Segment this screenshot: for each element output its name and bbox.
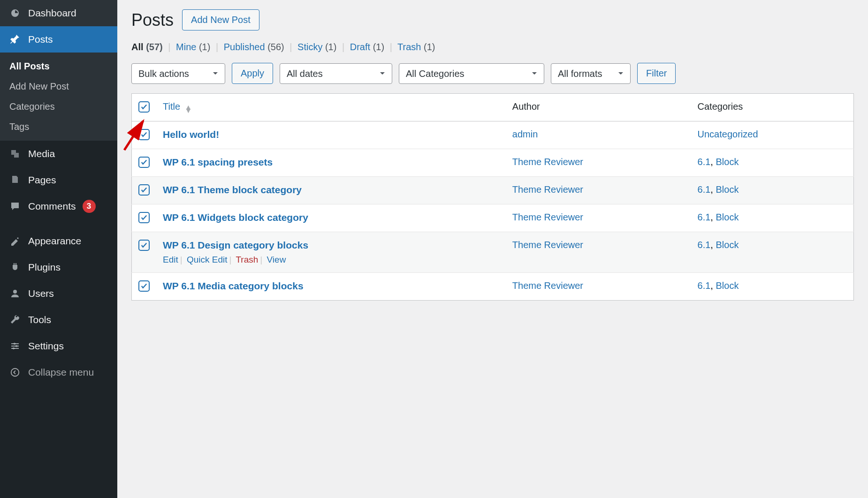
category-link[interactable]: Block [716,184,739,195]
category-link[interactable]: 6.1 [698,240,711,250]
svg-rect-3 [11,346,16,347]
pages-icon [8,174,22,187]
submenu-add-new-post[interactable]: Add New Post [0,76,117,97]
tools-icon [8,313,22,326]
categories-column-header[interactable]: Categories [691,94,854,121]
category-link[interactable]: 6.1 [698,212,711,222]
category-link[interactable]: 6.1 [698,157,711,167]
collapse-icon [8,366,22,379]
quick-edit-link[interactable]: Quick Edit [187,255,228,264]
svg-point-9 [13,347,15,349]
posts-submenu: All Posts Add New Post Categories Tags [0,53,117,141]
filter-draft[interactable]: Draft (1) [350,42,384,52]
category-link[interactable]: 6.1 [698,280,711,291]
date-filter-select[interactable]: All dates [280,63,392,84]
sidebar-item-settings[interactable]: Settings [0,333,117,359]
row-checkbox[interactable] [138,280,150,292]
svg-point-0 [13,290,17,294]
settings-icon [8,340,22,353]
view-link[interactable]: View [267,255,286,264]
users-icon [8,287,22,300]
category-link[interactable]: 6.1 [698,184,711,195]
sidebar-item-users[interactable]: Users [0,280,117,307]
sidebar-item-comments[interactable]: Comments 3 [0,193,117,219]
row-actions: Edit| Quick Edit| Trash| View [163,255,499,265]
collapse-menu[interactable]: Collapse menu [0,359,117,385]
comments-icon [8,200,22,213]
sidebar-item-label: Settings [28,340,64,352]
pin-icon [8,33,22,46]
table-row: WP 6.1 Theme block category Theme Review… [132,177,854,204]
category-link[interactable]: Uncategorized [698,129,758,139]
author-link[interactable]: Theme Reviewer [512,157,583,167]
post-title-link[interactable]: WP 6.1 Theme block category [163,184,302,195]
category-filter-select[interactable]: All Categories [399,63,544,84]
row-checkbox[interactable] [138,129,150,140]
filter-toolbar: Bulk actions Apply All dates All Categor… [131,63,854,84]
submenu-tags[interactable]: Tags [0,117,117,137]
bulk-actions-select[interactable]: Bulk actions [131,63,225,84]
filter-button[interactable]: Filter [637,63,676,84]
sidebar-item-media[interactable]: Media [0,141,117,167]
filter-mine[interactable]: Mine (1) [176,42,210,52]
submenu-all-posts[interactable]: All Posts [0,56,117,76]
sidebar-item-posts[interactable]: Posts [0,26,117,53]
author-link[interactable]: Theme Reviewer [512,280,583,291]
edit-link[interactable]: Edit [163,255,178,264]
apply-button[interactable]: Apply [232,63,273,84]
sidebar-item-dashboard[interactable]: Dashboard [0,0,117,26]
table-row: WP 6.1 spacing presets Theme Reviewer 6.… [132,149,854,177]
format-filter-select[interactable]: All formats [551,63,631,84]
author-link[interactable]: admin [512,129,538,139]
collapse-label: Collapse menu [28,367,94,378]
svg-point-10 [11,369,19,377]
post-title-link[interactable]: WP 6.1 spacing presets [163,157,273,167]
row-checkbox[interactable] [138,157,150,168]
post-title-link[interactable]: WP 6.1 Widgets block category [163,212,308,223]
sidebar-item-appearance[interactable]: Appearance [0,228,117,254]
status-filter-links: All (57) | Mine (1) | Published (56) | S… [131,42,854,53]
author-link[interactable]: Theme Reviewer [512,240,583,250]
plugins-icon [8,261,22,274]
sidebar-item-tools[interactable]: Tools [0,307,117,333]
sidebar-item-pages[interactable]: Pages [0,167,117,193]
trash-link[interactable]: Trash [236,255,258,264]
comments-badge: 3 [83,200,96,213]
submenu-categories[interactable]: Categories [0,97,117,117]
page-title: Posts [131,10,174,30]
dashboard-icon [8,7,22,20]
filter-sticky[interactable]: Sticky (1) [297,42,336,52]
category-link[interactable]: Block [716,212,739,222]
table-row: WP 6.1 Design category blocks Edit| Quic… [132,232,854,273]
sidebar-item-label: Dashboard [28,8,76,19]
table-row: WP 6.1 Media category blocks Theme Revie… [132,273,854,301]
post-title-link[interactable]: WP 6.1 Media category blocks [163,280,304,291]
filter-all[interactable]: All (57) [131,42,163,52]
main-content: Posts Add New Post All (57) | Mine (1) |… [117,0,868,498]
table-row: Hello world! admin Uncategorized [132,121,854,149]
sidebar-item-plugins[interactable]: Plugins [0,254,117,280]
filter-published[interactable]: Published (56) [224,42,284,52]
row-checkbox[interactable] [138,212,150,223]
appearance-icon [8,234,22,248]
title-column-header[interactable]: Title ▲▼ [156,94,506,121]
svg-rect-6 [14,348,19,349]
post-title-link[interactable]: WP 6.1 Design category blocks [163,240,308,250]
select-all-header [132,94,157,121]
sidebar-item-label: Comments [28,201,76,212]
svg-point-7 [14,343,15,345]
post-title-link[interactable]: Hello world! [163,129,219,140]
select-all-checkbox[interactable] [138,101,150,113]
category-link[interactable]: Block [716,240,739,250]
posts-table: Title ▲▼ Author Categories Hello world! … [131,93,854,301]
filter-trash[interactable]: Trash (1) [397,42,435,52]
author-column-header[interactable]: Author [506,94,691,121]
category-link[interactable]: Block [716,280,739,291]
row-checkbox[interactable] [138,240,150,251]
add-new-post-button[interactable]: Add New Post [182,9,259,30]
author-link[interactable]: Theme Reviewer [512,212,583,222]
media-icon [8,147,22,160]
author-link[interactable]: Theme Reviewer [512,184,583,195]
category-link[interactable]: Block [716,157,739,167]
row-checkbox[interactable] [138,184,150,196]
